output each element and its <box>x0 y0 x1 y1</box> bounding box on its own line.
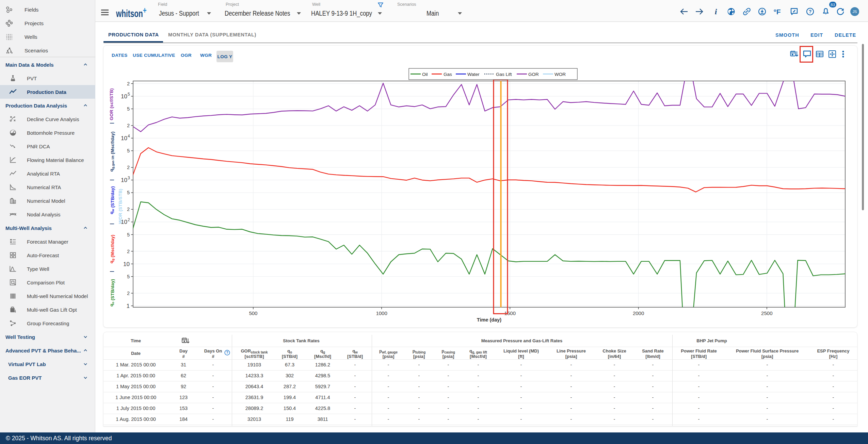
svg-text:500: 500 <box>249 310 257 316</box>
svg-text:°F: °F <box>773 8 781 16</box>
svg-text:Time (day): Time (day) <box>477 317 501 323</box>
svg-text:2: 2 <box>127 165 130 170</box>
svg-text:GOR (scf/STB): GOR (scf/STB) <box>109 88 114 120</box>
svg-text:GOR: GOR <box>528 72 539 77</box>
svg-text:10: 10 <box>123 261 130 267</box>
svg-text:10: 10 <box>121 93 127 100</box>
svg-text:1: 1 <box>127 303 130 309</box>
svg-text:5: 5 <box>128 92 130 97</box>
svg-text:5: 5 <box>127 148 130 153</box>
svg-text:Gas Lift: Gas Lift <box>496 72 512 77</box>
svg-text:WOR (STB/STB): WOR (STB/STB) <box>118 189 123 224</box>
svg-text:qg,gas lift (Mscf/day): qg,gas lift (Mscf/day) <box>109 132 115 172</box>
svg-text:Gas: Gas <box>444 72 452 77</box>
svg-text:|: | <box>109 271 114 272</box>
svg-text:2: 2 <box>127 249 130 254</box>
svg-text:?: ? <box>809 9 812 14</box>
svg-text:4: 4 <box>128 134 130 138</box>
svg-text:WOR: WOR <box>554 72 566 77</box>
svg-text:2: 2 <box>127 81 130 86</box>
svg-text:2000: 2000 <box>633 310 644 316</box>
svg-text:3: 3 <box>128 176 130 180</box>
svg-text:5: 5 <box>127 106 130 112</box>
svg-text:5: 5 <box>127 274 130 279</box>
svg-text:2: 2 <box>127 291 130 296</box>
svg-text:qw (STB/day): qw (STB/day) <box>109 186 115 214</box>
svg-text:|: | <box>109 122 114 124</box>
svg-text:2500: 2500 <box>761 310 772 316</box>
svg-text:?: ? <box>226 351 228 355</box>
svg-text:2: 2 <box>128 217 130 222</box>
svg-text:5: 5 <box>127 232 130 237</box>
svg-text:qg (Mscf/day): qg (Mscf/day) <box>109 235 115 264</box>
svg-text:Oil: Oil <box>422 72 428 77</box>
svg-text:10: 10 <box>121 135 127 142</box>
svg-text:|: | <box>109 179 114 181</box>
svg-text:5: 5 <box>127 190 130 195</box>
svg-text:|: | <box>109 223 114 225</box>
svg-text:2: 2 <box>127 123 130 128</box>
svg-text:1000: 1000 <box>376 310 387 316</box>
svg-text:qo (STB/day): qo (STB/day) <box>109 279 115 307</box>
svg-text:Water: Water <box>467 72 480 77</box>
svg-text:i: i <box>715 7 717 16</box>
svg-text:10: 10 <box>121 177 127 183</box>
svg-text:2: 2 <box>127 207 130 212</box>
